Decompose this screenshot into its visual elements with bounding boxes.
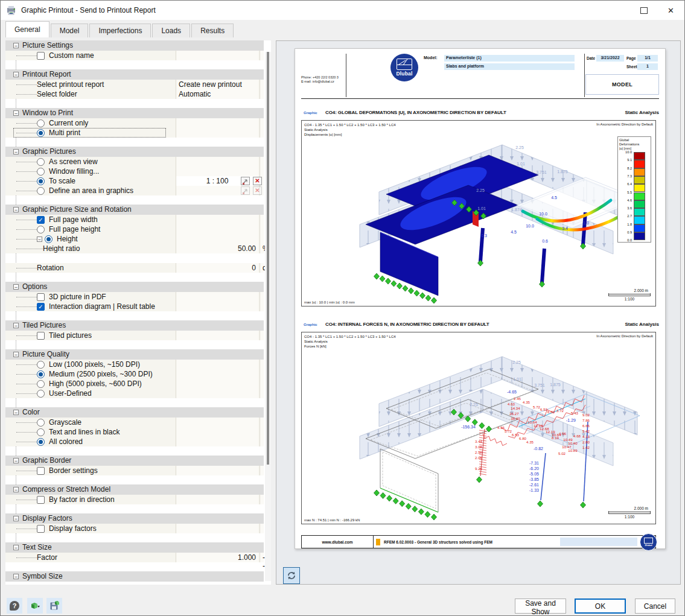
help-button[interactable]: ? bbox=[7, 598, 22, 614]
all-colored-radio[interactable] bbox=[37, 438, 45, 446]
section-header-graphic-picture-size-and-rotation[interactable]: −Graphic Picture Size and Rotation bbox=[5, 205, 264, 215]
high-5000-pixels-600-dpi-radio[interactable] bbox=[37, 380, 45, 388]
interaction-diagram-result-table-checkbox[interactable]: ✓ bbox=[37, 303, 45, 311]
tab-results[interactable]: Results bbox=[191, 24, 234, 37]
full-page-height-radio[interactable] bbox=[37, 226, 45, 233]
apply-defaults-button[interactable] bbox=[27, 598, 43, 614]
figure-label: 5.72 bbox=[533, 405, 541, 409]
to-scale-radio[interactable] bbox=[37, 177, 45, 185]
section-title: Compress or Stretch Model bbox=[22, 485, 110, 494]
collapse-icon[interactable]: − bbox=[13, 487, 19, 492]
as-screen-view-radio[interactable] bbox=[37, 158, 45, 166]
figure2-direction: In Axonometric Direction by Default bbox=[596, 334, 653, 338]
refresh-preview-button[interactable] bbox=[283, 567, 300, 584]
header-divider bbox=[584, 54, 585, 97]
collapse-icon[interactable]: − bbox=[13, 323, 19, 328]
collapse-icon[interactable]: − bbox=[13, 72, 19, 77]
select-printout-report-label: Select printout report bbox=[37, 80, 104, 89]
collapse-icon[interactable]: − bbox=[13, 458, 19, 463]
cancel-button[interactable]: Cancel bbox=[635, 599, 675, 614]
select-printout-report-value[interactable]: Create new printout report bbox=[176, 80, 258, 89]
current-only-radio[interactable] bbox=[37, 119, 45, 127]
display-factors-unit bbox=[260, 524, 264, 533]
height-radio[interactable] bbox=[45, 235, 53, 243]
page-footer: www.dlubal.com RFEM 6.02.0003 - General … bbox=[301, 535, 656, 548]
define-an-area-in-graphics-label: Define an area in graphics bbox=[49, 186, 133, 195]
section-header-window-to-print[interactable]: −Window to Print bbox=[5, 108, 264, 118]
grayscale-unit bbox=[260, 418, 264, 427]
section-header-options[interactable]: −Options bbox=[5, 282, 264, 292]
collapse-icon[interactable]: − bbox=[13, 545, 19, 550]
section-header-printout-report[interactable]: −Printout Report bbox=[5, 69, 264, 80]
section-header-picture-quality[interactable]: −Picture Quality bbox=[5, 349, 264, 360]
low-1000-pixels-150-dpi-radio[interactable] bbox=[37, 361, 45, 369]
figure-label: 6.80 bbox=[519, 436, 527, 440]
ok-button[interactable]: OK bbox=[575, 599, 626, 614]
section-header-tiled-pictures[interactable]: −Tiled Pictures bbox=[5, 320, 264, 331]
collapse-icon[interactable]: − bbox=[13, 207, 19, 212]
collapse-icon[interactable]: − bbox=[13, 43, 19, 48]
slabs bbox=[366, 155, 538, 296]
settings-row-select-printout-report: Select printout reportCreate new printou… bbox=[5, 80, 264, 89]
collapse-icon[interactable]: − bbox=[13, 284, 19, 290]
refresh-icon bbox=[287, 571, 296, 580]
maximize-button[interactable] bbox=[630, 1, 657, 20]
footer-site: www.dlubal.com bbox=[302, 536, 374, 548]
pick-in-graphic-button bbox=[241, 186, 250, 195]
define-an-area-in-graphics-radio[interactable] bbox=[37, 187, 45, 195]
settings-row-user-defined: User-Defined bbox=[5, 389, 264, 398]
by-factor-in-direction-checkbox[interactable] bbox=[37, 496, 45, 504]
section-header-color[interactable]: −Color bbox=[5, 407, 264, 418]
rotation-value[interactable]: 0 bbox=[176, 263, 258, 273]
full-page-width-checkbox[interactable]: ✓ bbox=[37, 216, 45, 224]
figure-label: 2.80 bbox=[582, 440, 590, 444]
display-factors-checkbox[interactable] bbox=[37, 525, 45, 533]
expand-icon[interactable]: − bbox=[37, 237, 42, 242]
tab-imperfections[interactable]: Imperfections bbox=[89, 24, 151, 37]
scrollbar-thumb[interactable] bbox=[267, 52, 269, 465]
section-header-text-size[interactable]: −Text Size bbox=[5, 542, 264, 553]
height-ratio-value[interactable]: 50.00 bbox=[176, 244, 258, 253]
figure-label: 3.751 bbox=[534, 383, 545, 387]
collapse-icon[interactable]: − bbox=[13, 516, 19, 521]
forces-figure: 2.251.013.7511.8752.25-4.65-156.34-1.29-… bbox=[301, 332, 656, 524]
tab-loads[interactable]: Loads bbox=[152, 24, 190, 37]
custom-name-checkbox[interactable] bbox=[37, 52, 45, 60]
collapse-icon[interactable]: − bbox=[13, 574, 19, 579]
section-header-picture-settings[interactable]: −Picture Settings bbox=[5, 40, 264, 51]
grayscale-radio[interactable] bbox=[37, 419, 45, 427]
select-folder-value[interactable]: Automatic bbox=[176, 89, 258, 99]
collapse-icon[interactable]: − bbox=[13, 352, 19, 357]
factor-value[interactable]: 1.000 bbox=[176, 553, 258, 562]
section-header-graphic-pictures[interactable]: −Graphic Pictures bbox=[5, 147, 264, 157]
border-settings-checkbox[interactable] bbox=[37, 467, 45, 475]
section-header-compress-or-stretch-model[interactable]: −Compress or Stretch Model bbox=[5, 484, 264, 495]
by-factor-in-direction-unit bbox=[260, 495, 264, 504]
medium-2500-pixels-300-dpi-radio[interactable] bbox=[37, 370, 45, 378]
section-header-symbol-size[interactable]: −Symbol Size bbox=[5, 571, 264, 582]
text-and-lines-in-black-radio[interactable] bbox=[37, 428, 45, 436]
multi-print-radio[interactable] bbox=[37, 129, 45, 137]
save-and-show-button[interactable]: Save and Show bbox=[515, 599, 566, 614]
pick-in-graphic-button[interactable] bbox=[241, 177, 250, 185]
page-label: Page bbox=[626, 56, 636, 60]
settings-scrollbar[interactable] bbox=[265, 52, 271, 581]
tiled-pictures-checkbox[interactable] bbox=[37, 332, 45, 340]
close-button[interactable]: ✕ bbox=[657, 1, 684, 20]
save-settings-button[interactable] bbox=[46, 598, 62, 614]
full-page-height-value bbox=[176, 224, 258, 234]
collapse-icon[interactable]: − bbox=[13, 149, 19, 154]
tab-general[interactable]: General bbox=[5, 21, 49, 37]
collapse-icon[interactable]: − bbox=[13, 110, 19, 116]
window-filling-radio[interactable] bbox=[37, 168, 45, 176]
clear-scale-button[interactable]: ✕ bbox=[253, 177, 262, 185]
current-only-value bbox=[176, 118, 258, 128]
by-factor-in-direction-value bbox=[176, 495, 258, 504]
tab-model[interactable]: Model bbox=[51, 24, 89, 37]
settings-row-grayscale: Grayscale bbox=[5, 418, 264, 427]
section-header-graphic-border[interactable]: −Graphic Border bbox=[5, 456, 264, 466]
collapse-icon[interactable]: − bbox=[13, 410, 19, 415]
user-defined-radio[interactable] bbox=[37, 390, 45, 398]
3d-picture-in-pdf-checkbox[interactable] bbox=[37, 293, 45, 301]
section-header-display-factors[interactable]: −Display Factors bbox=[5, 513, 264, 524]
